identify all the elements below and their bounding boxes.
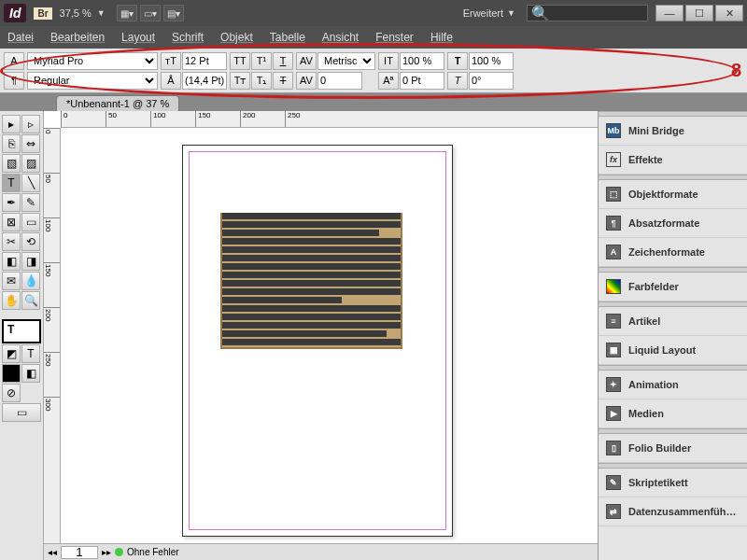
leading-input[interactable] — [182, 72, 227, 90]
screen-mode-icon[interactable]: ▭▾ — [140, 5, 161, 21]
underline-icon[interactable]: T — [273, 52, 293, 70]
panel-mini-bridge[interactable]: MbMini Bridge — [599, 117, 747, 146]
arrange-docs-icon[interactable]: ▤▾ — [163, 5, 184, 21]
menu-ansicht[interactable]: Ansicht — [322, 31, 359, 44]
font-size-icon: тT — [161, 52, 181, 70]
view-options-icon[interactable]: ▦▾ — [117, 5, 137, 21]
menu-schrift[interactable]: Schrift — [172, 31, 204, 44]
canvas[interactable] — [61, 128, 598, 543]
rectangle-tool[interactable]: ▭ — [21, 213, 40, 231]
page-next-icon[interactable]: ▸▸ — [102, 547, 111, 557]
menu-objekt[interactable]: Objekt — [220, 31, 253, 44]
panel-folio-builder[interactable]: ▯Folio Builder — [599, 434, 747, 463]
panel-skriptetikett[interactable]: ✎Skriptetikett — [599, 469, 747, 497]
workspace-switcher[interactable]: Erweitert — [463, 7, 503, 19]
gradient-swatch-tool[interactable]: ◧ — [2, 252, 21, 271]
type-tool[interactable]: T — [2, 174, 21, 192]
note-tool[interactable]: ✉ — [2, 272, 21, 290]
maximize-button[interactable]: ☐ — [685, 5, 713, 21]
menu-layout[interactable]: Layout — [121, 31, 155, 44]
page-number-input[interactable] — [61, 546, 98, 559]
annotation-number: 8 — [731, 60, 741, 81]
hscale-input[interactable] — [469, 52, 514, 70]
direct-selection-tool[interactable]: ▹ — [21, 115, 40, 133]
baseline-icon: Aª — [378, 72, 399, 90]
baseline-input[interactable] — [400, 72, 444, 90]
font-style-select[interactable]: Regular — [27, 72, 158, 90]
search-icon: 🔍 — [531, 5, 550, 22]
tracking-input[interactable] — [317, 72, 362, 90]
panel-farbfelder[interactable]: Farbfelder — [599, 273, 747, 301]
kerning-select[interactable]: Metrisch — [317, 52, 375, 70]
panel-objektformate[interactable]: ⬚Objektformate — [599, 180, 747, 209]
line-tool[interactable]: ╲ — [21, 174, 40, 192]
text-frame[interactable] — [220, 213, 402, 349]
free-transform-tool[interactable]: ⟲ — [21, 232, 40, 251]
panel-datenzusammenfuehrung[interactable]: ⇄Datenzusammenfüh… — [599, 497, 747, 526]
gradient-feather-tool[interactable]: ◨ — [21, 252, 40, 271]
zoom-tool[interactable]: 🔍 — [21, 291, 40, 310]
minimize-button[interactable]: — — [655, 5, 684, 21]
skew-input[interactable] — [469, 72, 514, 90]
pencil-tool[interactable]: ✎ — [21, 193, 40, 212]
menu-bearbeiten[interactable]: Bearbeiten — [50, 31, 105, 44]
zoom-level[interactable]: 37,5 % — [60, 7, 92, 19]
zoom-dropdown-icon[interactable]: ▼ — [97, 8, 106, 18]
vscale-input[interactable] — [400, 52, 444, 70]
script-label-icon: ✎ — [606, 475, 621, 490]
panel-effekte[interactable]: fxEffekte — [599, 146, 747, 175]
font-size-input[interactable] — [182, 52, 227, 70]
fill-stroke-swatch[interactable]: T — [2, 319, 41, 343]
menu-fenster[interactable]: Fenster — [375, 31, 414, 44]
font-family-select[interactable]: Myriad Pro — [27, 52, 158, 70]
default-fill-stroke[interactable]: ◩ — [2, 344, 21, 363]
panel-zeichenformate[interactable]: AZeichenformate — [599, 238, 747, 267]
document-tab[interactable]: *Unbenannt-1 @ 37 % — [56, 95, 179, 111]
apply-gradient[interactable]: ◧ — [21, 364, 40, 383]
strikethrough-icon[interactable]: T — [273, 72, 293, 90]
liquid-layout-icon: ▦ — [606, 343, 621, 357]
panel-animation[interactable]: ✦Animation — [599, 371, 747, 399]
view-mode[interactable]: ▭ — [2, 403, 41, 422]
paragraph-styles-icon: ¶ — [606, 216, 621, 231]
workspace-dropdown-icon[interactable]: ▼ — [507, 8, 515, 18]
apply-none[interactable]: ⊘ — [2, 384, 21, 402]
page-tool[interactable]: ⎘ — [2, 134, 21, 153]
selection-tool[interactable]: ▸ — [2, 115, 21, 133]
eyedropper-tool[interactable]: 💧 — [21, 272, 40, 290]
menu-tabelle[interactable]: Tabelle — [270, 31, 305, 44]
preflight-status-label[interactable]: Ohne Fehler — [127, 547, 179, 557]
bridge-badge[interactable]: Br — [34, 7, 51, 20]
page-prev-icon[interactable]: ◂◂ — [48, 547, 57, 557]
panel-medien[interactable]: ▶Medien — [599, 399, 747, 428]
menu-hilfe[interactable]: Hilfe — [430, 31, 453, 44]
content-collector-tool[interactable]: ▧ — [2, 154, 21, 173]
allcaps-icon[interactable]: TT — [230, 52, 250, 70]
paragraph-formatting-icon[interactable]: ¶ — [4, 72, 24, 90]
smallcaps-icon[interactable]: Tᴛ — [230, 72, 250, 90]
articles-icon: ≡ — [606, 314, 621, 329]
data-merge-icon: ⇄ — [606, 504, 621, 519]
superscript-icon[interactable]: T¹ — [251, 52, 272, 70]
page[interactable] — [182, 145, 453, 537]
effects-icon: fx — [606, 152, 621, 167]
rectangle-frame-tool[interactable]: ⊠ — [2, 213, 21, 231]
panel-absatzformate[interactable]: ¶Absatzformate — [599, 209, 747, 238]
apply-color[interactable] — [2, 364, 21, 383]
panel-artikel[interactable]: ≡Artikel — [599, 307, 747, 336]
content-placer-tool[interactable]: ▨ — [21, 154, 40, 173]
close-button[interactable]: ✕ — [715, 5, 743, 21]
pen-tool[interactable]: ✒ — [2, 193, 21, 212]
hand-tool[interactable]: ✋ — [2, 291, 21, 310]
search-input[interactable] — [550, 7, 643, 19]
search-box[interactable]: 🔍 — [527, 5, 648, 21]
subscript-icon[interactable]: T₁ — [251, 72, 272, 90]
formatting-affects-text[interactable]: T — [21, 344, 40, 363]
panel-liquid-layout[interactable]: ▦Liquid Layout — [599, 336, 747, 365]
scissors-tool[interactable]: ✂ — [2, 232, 21, 251]
character-formatting-icon[interactable]: A — [4, 52, 24, 70]
gap-tool[interactable]: ⇔ — [21, 134, 40, 153]
tracking-icon: AV — [296, 72, 317, 90]
mini-bridge-icon: Mb — [606, 123, 621, 138]
menu-datei[interactable]: Datei — [7, 31, 34, 44]
